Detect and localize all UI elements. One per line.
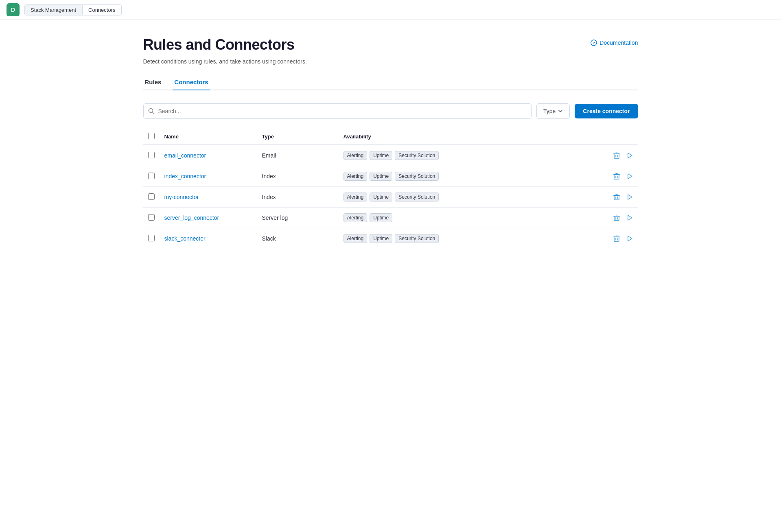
documentation-icon: ?	[591, 39, 597, 46]
page-header-left: Rules and Connectors Detect conditions u…	[143, 36, 307, 65]
connector-name-link-email_connector[interactable]: email_connector	[164, 152, 206, 159]
avatar: D	[7, 3, 20, 16]
documentation-label: Documentation	[599, 39, 638, 46]
run-icon-server_log_connector[interactable]	[626, 214, 633, 221]
table-row: slack_connectorSlackAlertingUptimeSecuri…	[143, 228, 638, 249]
table-head: Name Type Availability	[143, 129, 638, 145]
breadcrumb-stack-management[interactable]: Stack Management	[24, 4, 82, 15]
page-title: Rules and Connectors	[143, 36, 307, 53]
table-row: my-connectorIndexAlertingUptimeSecurity …	[143, 187, 638, 208]
col-header-type: Type	[257, 129, 339, 145]
row-actions-cell-my_connector	[602, 187, 638, 208]
tabs-container: Rules Connectors	[143, 74, 638, 90]
connector-name-link-server_log_connector[interactable]: server_log_connector	[164, 215, 219, 221]
table-row: index_connectorIndexAlertingUptimeSecuri…	[143, 166, 638, 187]
page-subtitle: Detect conditions using rules, and take …	[143, 58, 307, 65]
svg-text:?: ?	[593, 41, 595, 45]
svg-line-3	[152, 112, 154, 114]
row-type-cell-slack_connector: Slack	[257, 228, 339, 249]
create-connector-button[interactable]: Create connector	[575, 104, 638, 118]
row-availability-cell-email_connector: AlertingUptimeSecurity Solution	[339, 145, 602, 166]
row-actions-cell-index_connector	[602, 166, 638, 187]
row-availability-cell-server_log_connector: AlertingUptime	[339, 208, 602, 228]
availability-tag: Alerting	[343, 193, 368, 201]
row-availability-cell-slack_connector: AlertingUptimeSecurity Solution	[339, 228, 602, 249]
tab-connectors[interactable]: Connectors	[173, 74, 210, 90]
availability-tag: Alerting	[343, 213, 368, 222]
svg-marker-33	[628, 236, 632, 241]
delete-icon-email_connector[interactable]	[613, 152, 620, 159]
table-row: server_log_connectorServer logAlertingUp…	[143, 208, 638, 228]
delete-icon-server_log_connector[interactable]	[613, 214, 620, 221]
col-header-actions	[602, 129, 638, 145]
select-all-checkbox[interactable]	[148, 133, 155, 139]
breadcrumb: Stack Management Connectors	[24, 4, 122, 15]
row-checkbox-cell-email_connector	[143, 145, 160, 166]
run-icon-index_connector[interactable]	[626, 173, 633, 180]
availability-tag: Alerting	[343, 234, 368, 243]
row-checkbox-slack_connector[interactable]	[148, 235, 155, 241]
top-nav: D Stack Management Connectors	[0, 0, 781, 20]
col-header-availability: Availability	[339, 129, 602, 145]
svg-marker-9	[628, 153, 632, 158]
connector-name-link-index_connector[interactable]: index_connector	[164, 173, 206, 180]
row-availability-cell-my_connector: AlertingUptimeSecurity Solution	[339, 187, 602, 208]
connectors-tbody: email_connectorEmailAlertingUptimeSecuri…	[143, 145, 638, 249]
toolbar: Type Create connector	[143, 103, 638, 119]
tab-rules[interactable]: Rules	[143, 74, 163, 90]
row-type-cell-index_connector: Index	[257, 166, 339, 187]
availability-tag: Alerting	[343, 151, 368, 160]
svg-marker-15	[628, 174, 632, 179]
delete-icon-index_connector[interactable]	[613, 173, 620, 180]
availability-tag: Alerting	[343, 172, 368, 181]
availability-tag: Security Solution	[395, 151, 439, 160]
breadcrumb-connectors[interactable]: Connectors	[82, 4, 121, 15]
run-icon-my_connector[interactable]	[626, 193, 633, 201]
row-checkbox-cell-index_connector	[143, 166, 160, 187]
page-header: Rules and Connectors Detect conditions u…	[143, 36, 638, 65]
connector-name-link-my_connector[interactable]: my-connector	[164, 194, 199, 200]
svg-marker-21	[628, 195, 632, 199]
row-checkbox-email_connector[interactable]	[148, 152, 155, 158]
availability-tag: Security Solution	[395, 172, 439, 181]
availability-tag: Uptime	[370, 234, 392, 243]
search-input[interactable]	[143, 103, 532, 119]
delete-icon-my_connector[interactable]	[613, 193, 620, 201]
col-header-name: Name	[160, 129, 257, 145]
row-name-cell-my_connector: my-connector	[160, 187, 257, 208]
row-checkbox-my_connector[interactable]	[148, 193, 155, 200]
search-icon	[148, 108, 155, 114]
svg-rect-28	[614, 237, 619, 241]
row-type-cell-email_connector: Email	[257, 145, 339, 166]
svg-marker-27	[628, 215, 632, 220]
run-icon-slack_connector[interactable]	[626, 235, 633, 242]
svg-rect-4	[614, 154, 619, 158]
row-availability-cell-index_connector: AlertingUptimeSecurity Solution	[339, 166, 602, 187]
row-actions-cell-server_log_connector	[602, 208, 638, 228]
run-icon-email_connector[interactable]	[626, 152, 633, 159]
search-wrapper	[143, 103, 532, 119]
row-actions-cell-slack_connector	[602, 228, 638, 249]
type-filter-label: Type	[543, 108, 556, 114]
row-name-cell-index_connector: index_connector	[160, 166, 257, 187]
svg-rect-16	[614, 195, 619, 200]
availability-tag: Security Solution	[395, 193, 439, 201]
connector-name-link-slack_connector[interactable]: slack_connector	[164, 235, 206, 242]
row-name-cell-slack_connector: slack_connector	[160, 228, 257, 249]
availability-tag: Uptime	[370, 193, 392, 201]
type-filter-button[interactable]: Type	[536, 103, 570, 119]
row-actions-cell-email_connector	[602, 145, 638, 166]
row-checkbox-server_log_connector[interactable]	[148, 214, 155, 221]
availability-tag: Uptime	[370, 213, 392, 222]
delete-icon-slack_connector[interactable]	[613, 235, 620, 242]
availability-tag: Uptime	[370, 151, 392, 160]
main-content: Rules and Connectors Detect conditions u…	[130, 20, 651, 262]
documentation-link[interactable]: ? Documentation	[591, 39, 638, 46]
row-name-cell-email_connector: email_connector	[160, 145, 257, 166]
row-type-cell-my_connector: Index	[257, 187, 339, 208]
row-checkbox-index_connector[interactable]	[148, 173, 155, 179]
connectors-table: Name Type Availability email_connectorEm…	[143, 129, 638, 249]
svg-rect-10	[614, 175, 619, 179]
row-checkbox-cell-my_connector	[143, 187, 160, 208]
row-name-cell-server_log_connector: server_log_connector	[160, 208, 257, 228]
